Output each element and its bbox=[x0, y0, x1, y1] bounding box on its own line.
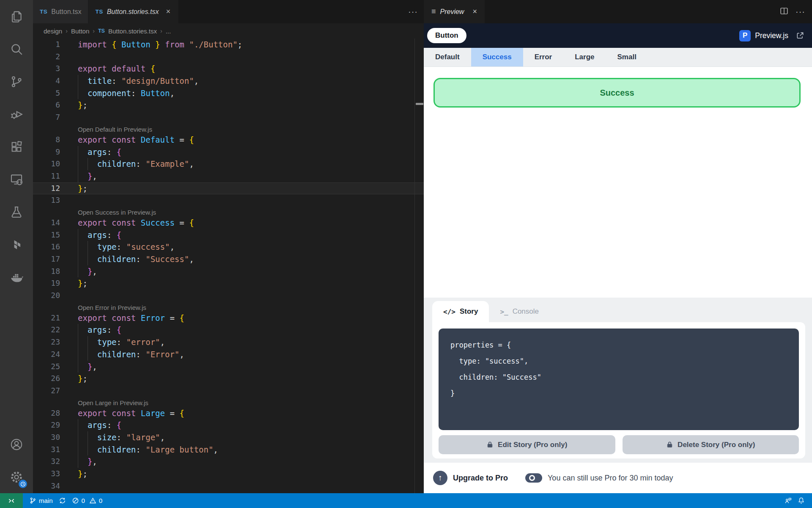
activity-item-accounts[interactable] bbox=[0, 428, 33, 461]
problems-item[interactable]: 0 0 bbox=[69, 497, 106, 504]
edit-story-button[interactable]: Edit Story (Pro only) bbox=[439, 435, 615, 454]
code-line: 3export default { bbox=[33, 63, 424, 75]
code-line: 5 component: Button, bbox=[33, 87, 424, 99]
sync-button[interactable] bbox=[56, 497, 69, 504]
line-number: 10 bbox=[33, 158, 60, 170]
variant-tab-small[interactable]: Small bbox=[606, 48, 648, 66]
code-line-content: args: { bbox=[60, 324, 424, 336]
editor-group: TS Button.tsx TS Button.stories.tsx × ··… bbox=[33, 0, 424, 493]
component-chip[interactable]: Button bbox=[427, 28, 466, 43]
breadcrumb-symbol-more[interactable]: ... bbox=[166, 28, 171, 35]
code-editor[interactable]: 1import { Button } from "./Button";23exp… bbox=[33, 39, 424, 493]
pro-trial-toggle[interactable] bbox=[525, 473, 542, 483]
code-line-content: }, bbox=[60, 265, 424, 278]
preview-tabs-bar: ≡ Preview × ··· bbox=[424, 0, 812, 23]
line-number: 16 bbox=[33, 241, 60, 253]
indent-guide bbox=[78, 75, 78, 87]
tab-label: Console bbox=[513, 307, 539, 316]
line-number: 14 bbox=[33, 217, 60, 229]
indent-guide bbox=[78, 158, 78, 170]
chevron-right-icon: › bbox=[66, 28, 68, 34]
close-tab-icon[interactable]: × bbox=[165, 7, 171, 16]
codelens-link[interactable]: Open Large in Preview.js bbox=[78, 399, 148, 406]
activity-item-testing[interactable] bbox=[0, 196, 33, 228]
codelens-link[interactable]: Open Default in Preview.js bbox=[78, 126, 152, 133]
indent-guide bbox=[88, 348, 88, 361]
storybook-header: Button P Preview.js bbox=[424, 23, 812, 48]
typescript-file-icon: TS bbox=[98, 28, 105, 34]
close-tab-icon[interactable]: × bbox=[472, 7, 477, 16]
activity-item-docker[interactable] bbox=[0, 261, 33, 293]
indent-guide bbox=[88, 444, 88, 456]
variant-tab-default[interactable]: Default bbox=[424, 48, 471, 66]
activity-item-manage[interactable] bbox=[0, 461, 33, 493]
indent-guide bbox=[78, 361, 78, 373]
feedback-icon[interactable] bbox=[782, 497, 795, 504]
indent-guide bbox=[78, 336, 78, 348]
code-line: 11 }, bbox=[33, 170, 424, 182]
line-number: 4 bbox=[33, 75, 60, 87]
variant-tab-error[interactable]: Error bbox=[523, 48, 564, 66]
indent-guide bbox=[78, 170, 78, 182]
bell-icon[interactable] bbox=[795, 497, 808, 504]
activity-item-explorer[interactable] bbox=[0, 0, 33, 33]
code-line: 16 type: "success", bbox=[33, 241, 424, 253]
activity-item-extensions[interactable] bbox=[0, 130, 33, 163]
activity-bar-bottom-items bbox=[0, 428, 33, 493]
line-number: 5 bbox=[33, 87, 60, 99]
breadcrumb-folder[interactable]: Button bbox=[71, 28, 89, 35]
code-line-content: children: "Success", bbox=[60, 253, 424, 265]
overview-ruler[interactable] bbox=[414, 39, 424, 493]
remote-indicator[interactable] bbox=[0, 493, 23, 508]
activity-item-search[interactable] bbox=[0, 33, 33, 65]
more-actions-icon[interactable]: ··· bbox=[408, 7, 418, 17]
external-link-icon[interactable] bbox=[796, 31, 804, 40]
code-line: 4 title: "design/Button", bbox=[33, 75, 424, 87]
indent-guide bbox=[78, 444, 78, 456]
tab-button-tsx[interactable]: TS Button.tsx bbox=[33, 0, 88, 23]
git-branch-item[interactable]: main bbox=[26, 497, 56, 504]
more-actions-icon[interactable]: ··· bbox=[796, 7, 805, 17]
indent-guide bbox=[88, 336, 88, 348]
line-number: 23 bbox=[33, 336, 60, 348]
delete-story-button[interactable]: Delete Story (Pro only) bbox=[623, 435, 799, 454]
pro-buttons-row: Edit Story (Pro only)Delete Story (Pro o… bbox=[439, 435, 799, 454]
rendered-success-button[interactable]: Success bbox=[433, 78, 801, 108]
tab-story[interactable]: </> Story bbox=[432, 301, 489, 322]
tab-button-stories-tsx[interactable]: TS Button.stories.tsx × bbox=[88, 0, 178, 23]
header-file-group: P Preview.js bbox=[739, 30, 804, 41]
tab-preview[interactable]: ≡ Preview × bbox=[424, 0, 485, 23]
chevron-right-icon: › bbox=[160, 28, 162, 34]
activity-item-source-control[interactable] bbox=[0, 65, 33, 98]
activity-bar-items bbox=[0, 0, 33, 293]
branch-name: main bbox=[39, 497, 53, 504]
code-line-content: args: { bbox=[60, 146, 424, 158]
variant-tab-success[interactable]: Success bbox=[471, 48, 523, 66]
upgrade-arrow-icon[interactable]: ↑ bbox=[433, 471, 447, 485]
codelens-link[interactable]: Open Success in Preview.js bbox=[78, 209, 156, 216]
activity-item-run-and-debug[interactable] bbox=[0, 98, 33, 130]
warning-count: 0 bbox=[99, 497, 102, 504]
line-number: 15 bbox=[33, 229, 60, 241]
story-card: properties = { type: "success", children… bbox=[432, 322, 805, 458]
line-number: 12 bbox=[33, 182, 60, 195]
tab-console[interactable]: >_ Console bbox=[489, 301, 550, 322]
code-line: 28export const Large = { bbox=[33, 407, 424, 420]
upgrade-to-pro-link[interactable]: Upgrade to Pro bbox=[453, 474, 508, 483]
breadcrumb-folder[interactable]: design bbox=[44, 28, 62, 35]
codelens-link[interactable]: Open Error in Preview.js bbox=[78, 304, 146, 311]
variant-tab-large[interactable]: Large bbox=[563, 48, 606, 66]
code-line: 27 bbox=[33, 385, 424, 397]
code-line-content bbox=[60, 51, 424, 63]
breadcrumb-file[interactable]: Button.stories.tsx bbox=[108, 28, 157, 35]
code-line: 7 bbox=[33, 111, 424, 124]
code-line-content: type: "error", bbox=[60, 336, 424, 348]
docker-icon bbox=[9, 270, 24, 284]
editor-tabs-bar: TS Button.tsx TS Button.stories.tsx × ··… bbox=[33, 0, 424, 23]
indent-guide bbox=[78, 348, 78, 361]
activity-item-terraform[interactable] bbox=[0, 228, 33, 261]
split-editor-icon[interactable] bbox=[779, 6, 789, 17]
activity-item-remote-explorer[interactable] bbox=[0, 163, 33, 196]
line-number: 13 bbox=[33, 194, 60, 207]
pro-usage-text: You can still use Pro for 30 min today bbox=[548, 474, 673, 483]
